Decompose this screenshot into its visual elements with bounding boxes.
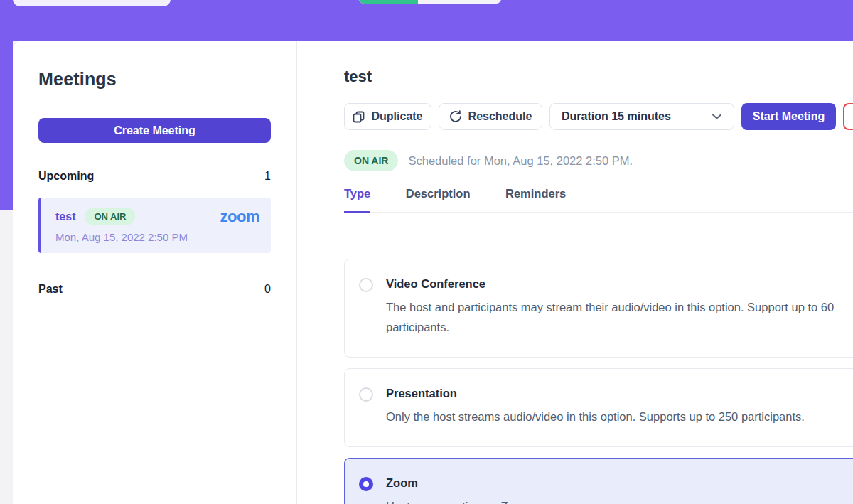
duration-select[interactable]: Duration 15 minutes [549, 103, 734, 130]
meeting-type-options: Video Conference The host and participan… [344, 259, 853, 504]
option-title: Video Conference [386, 277, 853, 291]
duplicate-label: Duplicate [371, 110, 422, 123]
copy-icon [353, 111, 365, 123]
meeting-detail: test Duplicate Reschedul [344, 41, 853, 504]
sidebar-title: Meetings [38, 69, 271, 90]
header-left-strip [0, 41, 13, 210]
option-video-conference[interactable]: Video Conference The host and participan… [344, 259, 853, 358]
radio-unselected-icon[interactable] [359, 387, 373, 402]
refresh-icon [449, 110, 462, 123]
past-count: 0 [264, 283, 271, 296]
meeting-list-item[interactable]: test ON AIR zoom Mon, Aug 15, 2022 2:50 … [38, 198, 271, 253]
top-partial-card [13, 0, 171, 6]
create-meeting-button[interactable]: Create Meeting [38, 118, 271, 143]
past-section-header[interactable]: Past 0 [38, 283, 271, 296]
toolbar: Duplicate Reschedule Duration 15 minutes [344, 103, 853, 130]
on-air-badge: ON AIR [344, 150, 398, 171]
top-progress-fill [359, 0, 418, 4]
duplicate-button[interactable]: Duplicate [344, 103, 431, 130]
scheduled-text: Scheduled for Mon, Aug 15, 2022 2:50 PM. [408, 154, 633, 168]
start-meeting-button[interactable]: Start Meeting [741, 103, 836, 130]
zoom-logo: zoom [220, 209, 259, 225]
option-presentation[interactable]: Presentation Only the host streams audio… [344, 368, 853, 447]
reschedule-label: Reschedule [468, 110, 532, 123]
upcoming-count: 1 [264, 170, 271, 183]
meeting-name: test [55, 210, 75, 223]
status-row: ON AIR Scheduled for Mon, Aug 15, 2022 2… [344, 150, 853, 171]
sidebar: Meetings Create Meeting Upcoming 1 test … [13, 41, 297, 504]
meeting-datetime: Mon, Aug 15, 2022 2:50 PM [55, 231, 259, 243]
on-air-badge: ON AIR [85, 208, 135, 225]
radio-unselected-icon[interactable] [359, 278, 373, 292]
option-title: Zoom [386, 476, 531, 490]
duration-value: Duration 15 minutes [562, 110, 671, 123]
meetings-panel: Meetings Create Meeting Upcoming 1 test … [13, 41, 853, 504]
top-progress-bar [359, 0, 501, 4]
reschedule-button[interactable]: Reschedule [439, 103, 542, 130]
tab-type[interactable]: Type [344, 187, 370, 213]
option-zoom[interactable]: Zoom Host your meeting on Zoom [344, 458, 853, 504]
tab-bar: Type Description Reminders [344, 187, 853, 213]
option-description: Host your meeting on Zoom [386, 496, 531, 504]
upcoming-section-header[interactable]: Upcoming 1 [38, 170, 271, 183]
radio-selected-icon[interactable] [359, 477, 373, 491]
delete-button-partial[interactable] [843, 103, 853, 130]
chevron-down-icon [712, 113, 722, 120]
past-label: Past [38, 283, 63, 296]
option-description: The host and participants may stream the… [386, 297, 853, 337]
tab-description[interactable]: Description [406, 187, 471, 211]
tab-reminders[interactable]: Reminders [505, 187, 566, 211]
option-title: Presentation [386, 387, 805, 400]
page-title: test [344, 68, 853, 86]
option-description: Only the host streams audio/video in thi… [386, 407, 805, 427]
upcoming-label: Upcoming [38, 170, 94, 183]
